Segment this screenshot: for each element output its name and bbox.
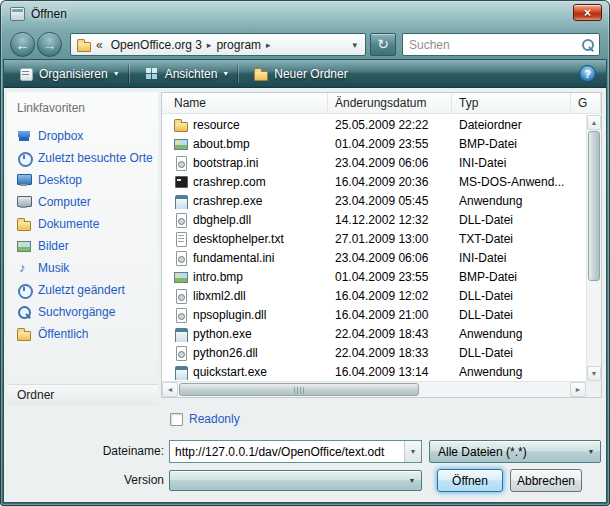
version-label: Version [59,473,164,487]
column-header-type[interactable]: Typ [452,93,571,113]
sidebar-item-label: Zuletzt besuchte Orte [38,151,153,165]
new-folder-button[interactable]: Neuer Ordner [244,62,356,86]
file-name: libxml2.dll [193,289,246,303]
dialog-icon [10,7,25,21]
sidebar-item[interactable]: Zuletzt geändert [7,279,158,301]
table-row[interactable]: python.exe 22.04.2009 18:43 Anwendung [162,324,586,343]
sidebar-item[interactable]: Suchvorgänge [7,301,158,323]
filetype-value: Alle Dateien (*.*) [430,445,582,459]
sidebar-item[interactable]: Desktop [7,169,158,191]
vertical-scrollbar-thumb[interactable] [588,131,600,281]
file-type: DLL-Datei [452,308,571,322]
file-name: intro.bmp [193,270,243,284]
file-name: about.bmp [193,137,250,151]
table-row[interactable]: dbghelp.dll 14.12.2002 12:32 DLL-Datei [162,210,586,229]
table-row[interactable]: libxml2.dll 16.04.2009 12:02 DLL-Datei [162,286,586,305]
sidebar-item-label: Bilder [38,239,69,253]
scroll-left-icon[interactable]: ◄ [162,382,178,397]
table-row[interactable]: quickstart.exe 16.04.2009 13:14 Anwendun… [162,362,586,381]
sidebar-item[interactable]: Öffentlich [7,323,158,345]
breadcrumb-separator-icon[interactable]: ▸ [265,40,272,50]
file-type: DLL-Datei [452,346,571,360]
close-icon: × [584,7,591,19]
file-name: crashrep.com [193,175,266,189]
breadcrumb-dropdown-icon[interactable]: ▾ [349,40,360,50]
column-header-date[interactable]: Änderungsdatum [328,93,452,113]
dropdown-arrow-icon: ▼ [403,477,421,484]
readonly-label[interactable]: Readonly [189,412,240,426]
breadcrumb-item-root[interactable]: OpenOffice.org 3 [107,38,206,52]
scroll-up-icon[interactable]: ▲ [587,115,601,130]
column-header-name[interactable]: Name [162,93,328,113]
filetype-combobox[interactable]: Alle Dateien (*.*) ▼ [429,440,601,463]
refresh-button[interactable]: ↻ [370,33,396,56]
help-button[interactable]: ? [579,65,596,82]
views-button[interactable]: Ansichten ▼ [135,62,239,86]
file-icon [173,231,189,247]
table-row[interactable]: intro.bmp 01.04.2009 23:55 BMP-Datei [162,267,586,286]
file-date: 16.04.2009 12:02 [328,289,452,303]
titlebar[interactable]: Öffnen × [0,0,610,29]
open-button[interactable]: Öffnen [437,469,503,492]
toolbar-separator [129,65,130,83]
version-combobox[interactable]: ▼ [169,470,422,491]
search-input[interactable] [403,38,579,52]
search-icon[interactable] [579,36,597,54]
breadcrumb-item-current[interactable]: program [212,38,265,52]
table-row[interactable]: crashrep.exe 23.04.2009 05:45 Anwendung [162,191,586,210]
table-row[interactable]: about.bmp 01.04.2009 23:55 BMP-Datei [162,134,586,153]
file-icon [173,288,189,304]
file-icon [173,136,189,152]
sidebar-item-icon [16,194,32,210]
back-button[interactable]: ← [10,32,35,57]
file-icon [173,326,189,342]
table-row[interactable]: fundamental.ini 23.04.2009 06:06 INI-Dat… [162,248,586,267]
sidebar-item-label: Öffentlich [38,327,88,341]
filename-input[interactable] [170,441,404,462]
sidebar-item-icon [16,304,32,320]
sidebar-item[interactable]: Musik [7,257,158,279]
cancel-button[interactable]: Abbrechen [510,469,582,492]
folders-expander[interactable]: Ordner [7,384,158,405]
file-icon [173,307,189,323]
sidebar-item-icon [16,150,32,166]
table-row[interactable]: resource 25.05.2009 22:22 Dateiordner [162,115,586,134]
navigation-bar: ← → « OpenOffice.org 3 ▸ program ▸ ▾ ↻ [4,29,606,60]
horizontal-scrollbar-thumb[interactable] [179,383,419,396]
table-row[interactable]: python26.dll 22.04.2009 18:33 DLL-Datei [162,343,586,362]
organize-icon [18,66,34,82]
readonly-checkbox[interactable] [170,413,183,426]
close-button[interactable]: × [573,4,602,21]
open-dialog-window: Öffnen × ← → « OpenOffice.org 3 ▸ progra… [0,0,610,506]
scroll-down-icon[interactable]: ▼ [587,366,601,381]
sidebar-item[interactable]: Zuletzt besuchte Orte [7,147,158,169]
file-name: fundamental.ini [193,251,274,265]
dropdown-arrow-icon: ▼ [582,448,600,455]
views-icon [144,66,160,82]
table-row[interactable]: npsoplugin.dll 16.04.2009 21:00 DLL-Date… [162,305,586,324]
scroll-right-icon[interactable]: ► [570,382,586,397]
table-row[interactable]: desktophelper.txt 27.01.2009 13:00 TXT-D… [162,229,586,248]
forward-button[interactable]: → [37,32,62,57]
sidebar-item[interactable]: Dokumente [7,213,158,235]
file-name: bootstrap.ini [193,156,258,170]
file-date: 16.04.2009 21:00 [328,308,452,322]
filename-dropdown-button[interactable]: ▼ [404,441,421,462]
horizontal-scrollbar[interactable]: ◄ ► [162,381,586,397]
refresh-icon: ↻ [377,36,389,52]
organize-button[interactable]: Organisieren ▼ [9,62,129,86]
sidebar-item-label: Desktop [38,173,82,187]
file-date: 25.05.2009 22:22 [328,118,452,132]
table-row[interactable]: crashrep.com 16.04.2009 20:36 MS-DOS-Anw… [162,172,586,191]
sidebar-item[interactable]: Bilder [7,235,158,257]
file-icon [173,364,189,380]
breadcrumb-overflow-button[interactable]: « [92,38,107,52]
file-type: INI-Datei [452,156,571,170]
vertical-scrollbar[interactable]: ▲ ▼ [586,115,601,381]
file-date: 01.04.2009 23:55 [328,137,452,151]
sidebar-item[interactable]: Computer [7,191,158,213]
column-header-size[interactable]: G [571,93,601,113]
table-row[interactable]: bootstrap.ini 23.04.2009 06:06 INI-Datei [162,153,586,172]
file-icon [173,174,189,190]
sidebar-item[interactable]: Dropbox [7,125,158,147]
